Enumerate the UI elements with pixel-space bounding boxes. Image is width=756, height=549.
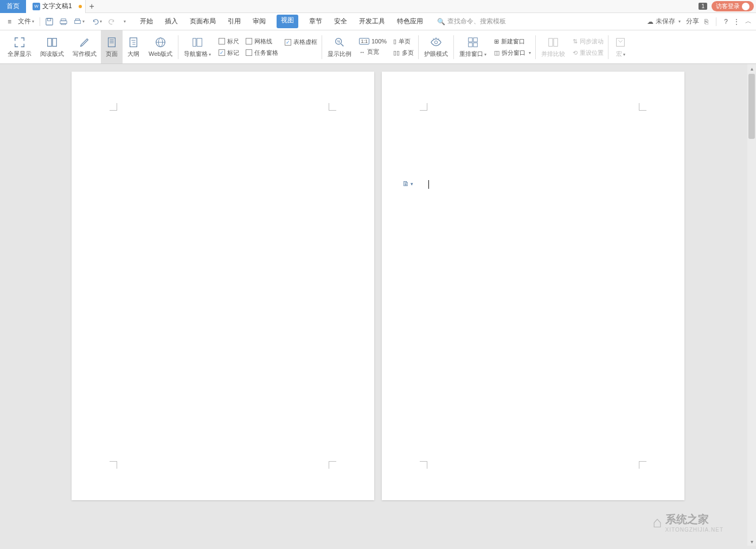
vertical-scrollbar[interactable]: ▴ ▾ (747, 64, 756, 546)
svg-rect-2 (75, 20, 81, 23)
menu-security[interactable]: 安全 (333, 15, 348, 28)
split-window-label: 拆分窗口 (502, 49, 526, 57)
notification-badge[interactable]: 1 (699, 3, 707, 10)
menu-section[interactable]: 章节 (308, 15, 323, 28)
new-window-icon: ⊞ (494, 38, 499, 45)
search-box[interactable]: 🔍 查找命令、搜索模板 (437, 17, 506, 26)
export-icon[interactable]: ⎘ (704, 18, 708, 25)
macro-button: 宏▾ (610, 30, 631, 63)
write-mode-button[interactable]: 写作模式 (68, 30, 101, 63)
page-1[interactable] (72, 72, 374, 500)
chevron-down-icon: ▾ (32, 19, 34, 24)
page-2[interactable]: 🗎▾ (382, 72, 684, 500)
table-gridlines-checkbox[interactable]: ✓表格虚框 (285, 38, 317, 46)
gridlines-checkbox[interactable]: 网格线 (246, 37, 278, 46)
file-menu[interactable]: 文件▾ (15, 15, 37, 28)
svg-rect-27 (473, 43, 477, 47)
help-icon[interactable]: ? (724, 18, 728, 25)
menu-special[interactable]: 特色应用 (396, 15, 424, 28)
new-window-button[interactable]: ⊞新建窗口 (494, 37, 531, 46)
save-icon[interactable] (42, 16, 56, 28)
page-view-button[interactable]: 页面 (101, 30, 123, 63)
rearrange-button[interactable]: 重排窗口▾ (455, 30, 491, 63)
multi-page-button[interactable]: ▯▯多页 (393, 49, 414, 57)
multi-page-label: 多页 (402, 49, 414, 57)
fullscreen-label: 全屏显示 (8, 50, 31, 58)
menu-page-layout[interactable]: 页面布局 (189, 15, 217, 28)
eye-mode-button[interactable]: 护眼模式 (420, 30, 452, 63)
quick-access-dropdown[interactable]: ▾ (119, 17, 129, 26)
scroll-up-icon[interactable]: ▴ (747, 64, 756, 73)
hamburger-icon[interactable]: ≡ (4, 16, 15, 28)
cloud-icon: ☁ (647, 18, 654, 25)
read-mode-button[interactable]: 阅读版式 (36, 30, 68, 63)
web-view-button[interactable]: Web版式 (144, 30, 177, 63)
menu-review[interactable]: 审阅 (252, 15, 267, 28)
ruler-checkbox[interactable]: 标尺 (219, 37, 239, 46)
print-preview-icon[interactable] (56, 16, 71, 28)
tab-document[interactable]: W 文字文稿1 (26, 0, 85, 13)
nav-pane-button[interactable]: 导航窗格▾ (180, 30, 215, 63)
zoom-100-button[interactable]: 1:1100% (359, 38, 387, 44)
zoom-button[interactable]: % 显示比例 (323, 30, 356, 63)
task-pane-checkbox[interactable]: 任务窗格 (246, 49, 278, 57)
title-bar-right: 1 访客登录 (699, 1, 756, 11)
collapse-ribbon-icon[interactable]: ︿ (745, 17, 752, 26)
outline-icon (127, 36, 140, 49)
outline-button[interactable]: 大纲 (123, 30, 144, 63)
menu-dev-tools[interactable]: 开发工具 (358, 15, 386, 28)
chevron-down-icon: ▾ (529, 50, 531, 55)
table-gridlines-label: 表格虚框 (293, 38, 317, 46)
rearrange-label: 重排窗口▾ (459, 50, 486, 58)
tab-home[interactable]: 首页 (0, 0, 26, 13)
nav-pane-label: 导航窗格▾ (184, 50, 211, 58)
new-tab-button[interactable]: + (85, 0, 98, 13)
more-icon[interactable]: ⋮ (733, 18, 740, 25)
checkbox-icon (219, 38, 225, 44)
macro-icon (614, 36, 627, 49)
cloud-unsaved[interactable]: ☁ 未保存 ▾ (647, 17, 681, 26)
watermark-logo-icon: ⌂ (653, 514, 662, 531)
page-width-label: 页宽 (367, 48, 379, 56)
nav-pane-icon (191, 36, 204, 49)
checkbox-icon (246, 49, 252, 56)
doc-name: 文字文稿1 (42, 2, 72, 11)
markup-checkbox[interactable]: ✓标记 (219, 49, 239, 57)
fullscreen-icon (13, 36, 26, 49)
file-label: 文件 (18, 17, 31, 26)
scroll-down-icon[interactable]: ▾ (747, 537, 756, 546)
single-page-button[interactable]: ▯单页 (393, 37, 414, 46)
read-mode-icon (46, 36, 59, 49)
single-page-icon: ▯ (393, 38, 396, 45)
menu-insert[interactable]: 插入 (164, 15, 179, 28)
split-window-button[interactable]: ◫拆分窗口▾ (494, 49, 531, 57)
markup-label: 标记 (227, 49, 239, 57)
login-button[interactable]: 访客登录 (712, 1, 754, 11)
read-mode-label: 阅读版式 (40, 50, 64, 58)
write-mode-icon (78, 36, 91, 49)
menu-view[interactable]: 视图 (277, 15, 298, 28)
menu-start[interactable]: 开始 (139, 15, 154, 28)
window-col: ⊞新建窗口 ◫拆分窗口▾ (491, 30, 534, 63)
scroll-thumb[interactable] (748, 74, 755, 139)
separator (608, 35, 608, 59)
print-icon[interactable]: ▾ (71, 16, 88, 28)
undo-icon[interactable]: ▾ (88, 16, 105, 28)
svg-rect-3 (76, 18, 80, 20)
menu-references[interactable]: 引用 (227, 15, 242, 28)
margin-corner-icon (329, 461, 336, 469)
redo-icon[interactable] (105, 16, 119, 28)
page-width-button[interactable]: ↔页宽 (359, 48, 387, 56)
view-options-col1: 标尺 ✓标记 (215, 30, 242, 63)
page-width-icon: ↔ (359, 49, 365, 55)
share-button[interactable]: 分享 (686, 17, 699, 26)
svg-rect-1 (48, 18, 51, 20)
svg-text:%: % (337, 40, 341, 43)
side-by-side-label: 并排比较 (541, 50, 565, 58)
paragraph-flag-icon[interactable]: 🗎▾ (402, 180, 413, 188)
eye-icon (430, 36, 443, 49)
gridlines-label: 网格线 (254, 37, 272, 46)
fullscreen-button[interactable]: 全屏显示 (3, 30, 36, 63)
new-window-label: 新建窗口 (501, 37, 525, 46)
watermark-cn: 系统之家 (665, 512, 724, 527)
